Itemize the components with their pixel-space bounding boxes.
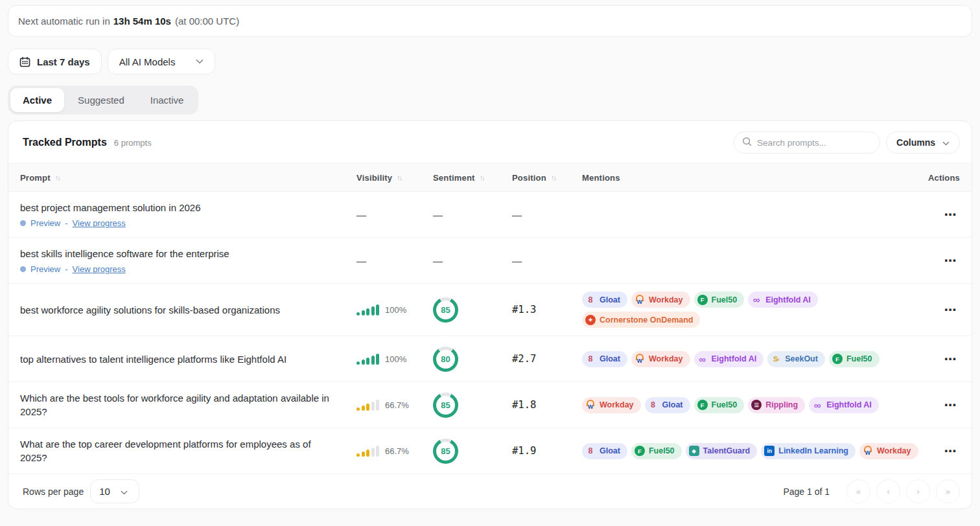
table-row[interactable]: best project management solution in 2026… [8,192,972,238]
tab-inactive[interactable]: Inactive [138,88,196,112]
sentiment-ring: 85 [433,297,458,323]
fuel50-logo-icon: F [697,400,708,410]
mention-badge-eightfold[interactable]: ∞Eightfold AI [748,292,818,308]
page-info: Page 1 of 1 [783,486,830,497]
prompt-cell: best skills intelligence software for th… [20,247,356,274]
visibility-bars [356,304,379,315]
first-page-button[interactable]: « [846,479,870,503]
ai-models-select[interactable]: All AI Models [108,49,216,74]
table-row[interactable]: Which are the best tools for workforce a… [8,382,972,428]
column-header-mentions: Mentions [582,173,926,183]
rows-per-page-select[interactable]: 10 [90,479,139,503]
position-value: #2.7 [512,353,582,365]
preview-dot-icon [20,266,26,272]
row-actions-button[interactable]: ⋯ [940,349,960,369]
view-progress-link[interactable]: View progress [73,218,126,228]
seekout-logo-icon: S› [771,354,781,364]
sentiment-empty: — [433,255,512,266]
columns-button[interactable]: Columns [886,132,960,154]
table-header-row: Prompt ↑↓ Visibility ↑↓ Sentiment ↑↓ Pos… [8,163,972,192]
eightfold-logo-icon: ∞ [697,354,708,364]
preview-separator: - [65,264,67,274]
gloat-logo-icon: 8 [648,400,659,410]
mention-badge-gloat[interactable]: 8Gloat [645,397,690,413]
previous-page-button[interactable]: ‹ [876,479,900,503]
sentiment-cell: 85 [433,393,512,418]
mention-badge-fuel50[interactable]: FFuel50 [694,397,745,413]
row-actions-button[interactable]: ⋯ [940,251,960,270]
filter-bar: Last 7 days All AI Models [8,49,972,74]
mention-badge-workday[interactable]: wWorkday [582,397,641,413]
fuel50-logo-icon: F [635,446,645,456]
row-actions-button[interactable]: ⋯ [940,300,960,319]
search-input[interactable] [757,138,872,148]
column-header-prompt[interactable]: Prompt ↑↓ [20,173,356,183]
mention-badge-linkedin[interactable]: inLinkedIn Learning [761,443,856,459]
mention-badge-workday[interactable]: wWorkday [631,292,690,308]
visibility-bars [356,445,379,457]
sentiment-cell: 80 [433,347,512,372]
visibility-empty: — [356,209,433,220]
prompt-cell: Which are the best tools for workforce a… [20,391,356,418]
prompt-count: 6 prompts [114,138,152,148]
eightfold-logo-icon: ∞ [751,295,762,305]
mention-badge-fuel50[interactable]: FFuel50 [631,443,682,459]
row-actions-button[interactable]: ⋯ [940,441,960,461]
tab-active[interactable]: Active [10,88,64,112]
talentguard-logo-icon: ◆ [689,446,699,456]
mention-badge-gloat[interactable]: 8Gloat [582,292,627,308]
tracked-prompts-panel: Tracked Prompts 6 prompts Columns Prompt… [8,120,972,509]
view-progress-link[interactable]: View progress [73,264,126,274]
prompt-text: best skills intelligence software for th… [20,247,356,260]
rippling-logo-icon: ☰ [751,400,762,410]
tab-suggested[interactable]: Suggested [65,88,137,112]
position-value: #1.8 [512,399,582,411]
calendar-icon [19,56,30,67]
mention-badge-rippling[interactable]: ☰Rippling [748,397,805,413]
table-row[interactable]: best skills intelligence software for th… [8,238,972,284]
mention-badge-eightfold[interactable]: ∞Eightfold AI [694,351,764,367]
last-page-button[interactable]: » [936,479,960,503]
visibility-cell: 100% [356,353,433,365]
next-page-button[interactable]: › [906,479,930,503]
mention-badge-gloat[interactable]: 8Gloat [582,351,627,367]
chevron-down-icon [121,486,128,497]
mention-badge-workday[interactable]: wWorkday [859,443,918,459]
next-run-suffix: (at 00:00 UTC) [175,16,239,27]
date-range-button[interactable]: Last 7 days [8,49,102,74]
position-value: #1.9 [512,445,582,457]
visibility-percent: 66.7% [385,446,409,456]
table-row[interactable]: What are the top career development plat… [8,428,972,474]
column-header-visibility[interactable]: Visibility ↑↓ [356,173,433,183]
mention-badge-cornerstone[interactable]: ✦Cornerstone OnDemand [582,312,700,328]
column-header-sentiment[interactable]: Sentiment ↑↓ [433,173,512,183]
search-box[interactable] [734,132,880,154]
chevron-down-icon [942,137,950,148]
row-actions-button[interactable]: ⋯ [940,395,960,415]
mention-badge-fuel50[interactable]: FFuel50 [694,292,745,308]
mention-badge-eightfold[interactable]: ∞Eightfold AI [809,397,879,413]
visibility-cell: 66.7% [356,445,433,457]
mention-badge-workday[interactable]: wWorkday [631,351,690,367]
workday-logo-icon: w [635,295,645,305]
mention-badge-gloat[interactable]: 8Gloat [582,443,627,459]
table-row[interactable]: best workforce agility solutions for ski… [8,284,972,336]
prompt-text: Which are the best tools for workforce a… [20,391,356,418]
mention-badge-fuel50[interactable]: FFuel50 [829,351,880,367]
column-header-position[interactable]: Position ↑↓ [512,173,582,183]
row-actions-button[interactable]: ⋯ [940,205,960,224]
visibility-cell: 100% [356,304,433,315]
workday-logo-icon: w [863,446,873,456]
sentiment-score: 80 [436,350,455,369]
preview-line: Preview - View progress [20,264,356,274]
sort-icon: ↑↓ [480,174,484,181]
table-row[interactable]: top alternatives to talent intelligence … [8,336,972,382]
mention-badge-talentguard[interactable]: ◆TalentGuard [686,443,758,459]
next-run-banner: Next automatic run in 13h 54m 10s (at 00… [8,5,972,37]
rows-per-page-value: 10 [99,486,110,497]
sentiment-ring: 85 [433,439,458,464]
position-empty: — [512,209,582,220]
prompt-cell: best project management solution in 2026… [20,201,356,228]
search-icon [742,137,752,149]
mention-badge-seekout[interactable]: S›SeekOut [767,351,825,367]
